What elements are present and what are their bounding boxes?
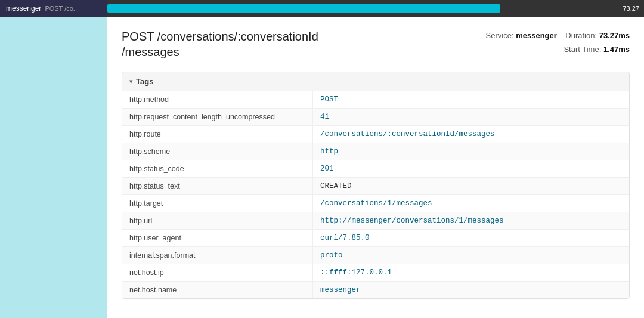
- span-header: POST /conversations/:conversationId /mes…: [122, 29, 630, 60]
- tag-key: http.url: [122, 212, 313, 229]
- tag-value[interactable]: 41: [313, 109, 336, 125]
- table-row: http.user_agentcurl/7.85.0: [122, 230, 629, 247]
- tag-value: CREATED: [313, 178, 359, 194]
- tags-rows: http.methodPOSThttp.request_content_leng…: [122, 91, 629, 298]
- table-row: internal.span.formatproto: [122, 247, 629, 264]
- tag-key: http.request_content_length_uncompressed: [122, 109, 313, 125]
- tag-value[interactable]: curl/7.85.0: [313, 230, 377, 246]
- tag-key: http.route: [122, 126, 313, 143]
- tag-value[interactable]: /conversations/1/messages: [313, 195, 439, 212]
- span-meta: Service: messenger Duration: 73.27ms Sta…: [486, 29, 630, 57]
- progress-bar: [107, 4, 500, 13]
- table-row: http.status_code201: [122, 160, 629, 178]
- tag-key: internal.span.format: [122, 247, 313, 264]
- starttime-value: 1.47ms: [603, 45, 630, 54]
- tags-section: ▾ Tags http.methodPOSThttp.request_conte…: [122, 72, 630, 299]
- detail-panel: POST /conversations/:conversationId /mes…: [107, 17, 644, 318]
- tag-value[interactable]: http: [313, 143, 345, 160]
- table-row: http.target/conversations/1/messages: [122, 195, 629, 212]
- top-bar-label[interactable]: messenger POST /co...: [0, 0, 107, 17]
- service-meta: Service: messenger Duration: 73.27ms: [486, 29, 630, 42]
- sidebar: [0, 17, 107, 318]
- tag-value[interactable]: messenger: [313, 282, 368, 298]
- tag-value[interactable]: POST: [313, 91, 345, 108]
- title-line1: POST /conversations/:conversationId: [122, 29, 318, 44]
- tag-value[interactable]: ::ffff:127.0.0.1: [313, 264, 399, 281]
- table-row: http.request_content_length_uncompressed…: [122, 109, 629, 126]
- table-row: http.status_textCREATED: [122, 178, 629, 195]
- tag-key: http.target: [122, 195, 313, 212]
- tag-key: net.host.name: [122, 282, 313, 298]
- table-row: net.host.namemessenger: [122, 282, 629, 298]
- tag-key: http.status_text: [122, 178, 313, 194]
- service-label: Service:: [486, 31, 514, 40]
- tag-key: http.scheme: [122, 143, 313, 160]
- title-line2: /messages: [122, 44, 318, 60]
- duration-label: Duration:: [565, 31, 597, 40]
- table-row: http.route/conversations/:conversationId…: [122, 126, 629, 143]
- chevron-icon: ▾: [129, 78, 132, 85]
- tag-key: http.user_agent: [122, 230, 313, 246]
- table-row: net.host.ip::ffff:127.0.0.1: [122, 264, 629, 282]
- service-name-tab: messenger: [6, 4, 41, 13]
- page-title: POST /conversations/:conversationId /mes…: [122, 29, 318, 60]
- tags-header[interactable]: ▾ Tags: [122, 72, 629, 91]
- tag-value[interactable]: 201: [313, 160, 341, 177]
- tag-value[interactable]: http://messenger/conversations/1/message…: [313, 212, 511, 229]
- tag-key: http.status_code: [122, 160, 313, 177]
- starttime-label: Start Time:: [564, 45, 601, 54]
- duration-value: 73.27ms: [599, 31, 630, 40]
- service-value: messenger: [516, 31, 557, 40]
- main-content: POST /conversations/:conversationId /mes…: [0, 17, 644, 318]
- table-row: http.schemehttp: [122, 143, 629, 160]
- tag-value[interactable]: proto: [313, 247, 350, 264]
- method-path-tab: POST /co...: [45, 5, 79, 12]
- table-row: http.urlhttp://messenger/conversations/1…: [122, 212, 629, 230]
- progress-value: 73.27: [623, 5, 639, 12]
- tag-value[interactable]: /conversations/:conversationId/messages: [313, 126, 502, 143]
- table-row: http.methodPOST: [122, 91, 629, 109]
- starttime-meta: Start Time: 1.47ms: [486, 42, 630, 56]
- tag-key: net.host.ip: [122, 264, 313, 281]
- tags-label: Tags: [136, 77, 153, 86]
- top-bar: messenger POST /co... 73.27: [0, 0, 644, 17]
- tag-key: http.method: [122, 91, 313, 108]
- progress-bar-container: 73.27: [107, 0, 644, 17]
